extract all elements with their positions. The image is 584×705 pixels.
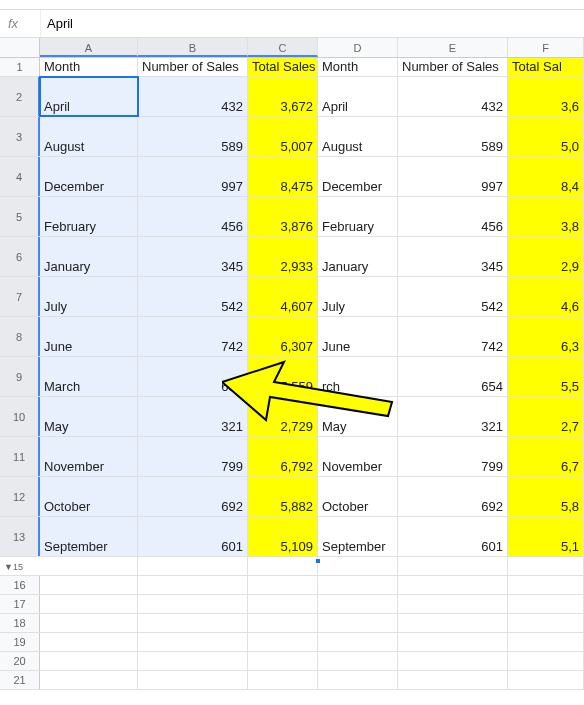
cell-D6[interactable]: January (318, 237, 398, 276)
cell-B2[interactable]: 432 (138, 77, 248, 116)
cell-D3[interactable]: August (318, 117, 398, 156)
cell-D4[interactable]: December (318, 157, 398, 196)
cell-B8[interactable]: 742 (138, 317, 248, 356)
cell-A13[interactable]: September (40, 517, 138, 556)
cell-E10[interactable]: 321 (398, 397, 508, 436)
cell-F6[interactable]: 2,9 (508, 237, 584, 276)
cell-B9[interactable]: 654 (138, 357, 248, 396)
cell-E3[interactable]: 589 (398, 117, 508, 156)
cell-D9[interactable]: rch (318, 357, 398, 396)
select-all-corner[interactable] (0, 38, 40, 57)
cell-C8[interactable]: 6,307 (248, 317, 318, 356)
cell-B10[interactable]: 321 (138, 397, 248, 436)
cell-A1[interactable]: Month (40, 58, 138, 76)
cell-A2[interactable]: April (40, 77, 138, 116)
col-header-F[interactable]: F (508, 38, 584, 57)
row-header-5[interactable]: 5 (0, 197, 40, 236)
cell-C7[interactable]: 4,607 (248, 277, 318, 316)
row-header-8[interactable]: 8 (0, 317, 40, 356)
cell-E7[interactable]: 542 (398, 277, 508, 316)
cell-F13[interactable]: 5,1 (508, 517, 584, 556)
cell-D8[interactable]: June (318, 317, 398, 356)
col-header-C[interactable]: C (248, 38, 318, 57)
cell-B4[interactable]: 997 (138, 157, 248, 196)
row-header-2[interactable]: 2 (0, 77, 40, 116)
cell-A9[interactable]: March (40, 357, 138, 396)
cell-C9[interactable]: 5,559 (248, 357, 318, 396)
cell-E12[interactable]: 692 (398, 477, 508, 516)
cell-D5[interactable]: February (318, 197, 398, 236)
row-header-20[interactable]: 20 (0, 652, 40, 670)
cell-B3[interactable]: 589 (138, 117, 248, 156)
cell-C1[interactable]: Total Sales (248, 58, 318, 76)
formula-input[interactable] (40, 10, 584, 37)
row-header-1[interactable]: 1 (0, 58, 40, 76)
cell-E4[interactable]: 997 (398, 157, 508, 196)
cell-B7[interactable]: 542 (138, 277, 248, 316)
cell-A6[interactable]: January (40, 237, 138, 276)
cell-B1[interactable]: Number of Sales (138, 58, 248, 76)
row-header-12[interactable]: 12 (0, 477, 40, 516)
row-header-17[interactable]: 17 (0, 595, 40, 613)
cell-B11[interactable]: 799 (138, 437, 248, 476)
cell-E1[interactable]: Number of Sales (398, 58, 508, 76)
col-header-B[interactable]: B (138, 38, 248, 57)
cell-F12[interactable]: 5,8 (508, 477, 584, 516)
row-header-7[interactable]: 7 (0, 277, 40, 316)
cell-F2[interactable]: 3,6 (508, 77, 584, 116)
col-header-A[interactable]: A (40, 38, 138, 57)
row-header-21[interactable]: 21 (0, 671, 40, 689)
cell-A3[interactable]: August (40, 117, 138, 156)
cell-A11[interactable]: November (40, 437, 138, 476)
cell-E9[interactable]: 654 (398, 357, 508, 396)
cell-E2[interactable]: 432 (398, 77, 508, 116)
row-header-19[interactable]: 19 (0, 633, 40, 651)
cell-C11[interactable]: 6,792 (248, 437, 318, 476)
row-header-13[interactable]: 13 (0, 517, 40, 556)
cell-B12[interactable]: 692 (138, 477, 248, 516)
cell-E11[interactable]: 799 (398, 437, 508, 476)
cell-D13[interactable]: September (318, 517, 398, 556)
cell-D1[interactable]: Month (318, 58, 398, 76)
row-header-3[interactable]: 3 (0, 117, 40, 156)
cell-F5[interactable]: 3,8 (508, 197, 584, 236)
row-header-9[interactable]: 9 (0, 357, 40, 396)
cell-D11[interactable]: November (318, 437, 398, 476)
row-header-10[interactable]: 10 (0, 397, 40, 436)
selection-fill-handle[interactable] (315, 558, 321, 564)
cell-C6[interactable]: 2,933 (248, 237, 318, 276)
cell-F9[interactable]: 5,5 (508, 357, 584, 396)
cell-C2[interactable]: 3,672 (248, 77, 318, 116)
cell-C12[interactable]: 5,882 (248, 477, 318, 516)
row-header-18[interactable]: 18 (0, 614, 40, 632)
cell-B5[interactable]: 456 (138, 197, 248, 236)
row-header-6[interactable]: 6 (0, 237, 40, 276)
cell-C10[interactable]: 2,729 (248, 397, 318, 436)
cell-D12[interactable]: October (318, 477, 398, 516)
cell-A12[interactable]: October (40, 477, 138, 516)
cell-D7[interactable]: July (318, 277, 398, 316)
row-header-11[interactable]: 11 (0, 437, 40, 476)
cell-F1[interactable]: Total Sal (508, 58, 584, 76)
col-header-D[interactable]: D (318, 38, 398, 57)
cell-C4[interactable]: 8,475 (248, 157, 318, 196)
cell-B13[interactable]: 601 (138, 517, 248, 556)
cell-A4[interactable]: December (40, 157, 138, 196)
cell-E8[interactable]: 742 (398, 317, 508, 356)
cell-A8[interactable]: June (40, 317, 138, 356)
cell-B6[interactable]: 345 (138, 237, 248, 276)
cell-F10[interactable]: 2,7 (508, 397, 584, 436)
row-header-4[interactable]: 4 (0, 157, 40, 196)
cell-E13[interactable]: 601 (398, 517, 508, 556)
cell-A5[interactable]: February (40, 197, 138, 236)
cell-C3[interactable]: 5,007 (248, 117, 318, 156)
cell-F8[interactable]: 6,3 (508, 317, 584, 356)
cell-E5[interactable]: 456 (398, 197, 508, 236)
cell-F3[interactable]: 5,0 (508, 117, 584, 156)
cell-D10[interactable]: May (318, 397, 398, 436)
cell-F11[interactable]: 6,7 (508, 437, 584, 476)
cell-E6[interactable]: 345 (398, 237, 508, 276)
row-header-16[interactable]: 16 (0, 576, 40, 594)
cell-C5[interactable]: 3,876 (248, 197, 318, 236)
cell-A7[interactable]: July (40, 277, 138, 316)
